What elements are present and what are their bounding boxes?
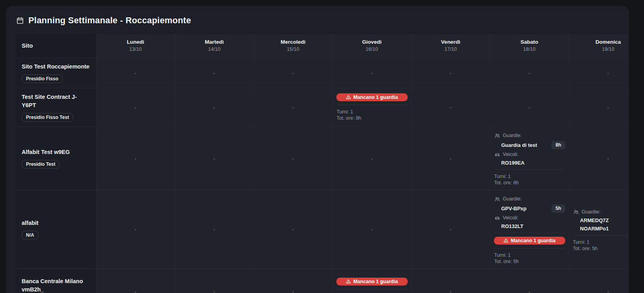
planning-cell[interactable]: - <box>96 126 175 190</box>
planning-cell[interactable]: - <box>411 269 490 293</box>
planning-cell[interactable]: - <box>332 190 411 269</box>
empty-cell-dash: - <box>529 70 530 76</box>
site-cell: Alfabit Test w9EG Presidio Test <box>16 126 96 190</box>
empty-cell-dash: - <box>529 104 530 110</box>
guard-name: NOARMPo1 <box>580 226 609 232</box>
empty-cell-dash: - <box>292 289 294 293</box>
planning-cell[interactable]: - <box>96 269 175 293</box>
empty-cell-dash: - <box>607 70 609 76</box>
planning-cell[interactable]: - <box>96 88 175 126</box>
empty-cell-dash: - <box>135 104 136 110</box>
planning-cell[interactable]: - <box>175 190 254 269</box>
planning-cell[interactable]: - <box>411 88 490 126</box>
site-name: alfabit <box>22 219 91 227</box>
empty-cell-dash: - <box>371 156 373 161</box>
table-row: Alfabit Test w9EG Presidio Test - - - - … <box>16 126 629 190</box>
missing-guard-badge: Mancano 1 guardia <box>494 237 565 245</box>
planning-cell[interactable]: Guardie: Guardia di test 8h Veicoli: RO1… <box>490 126 569 190</box>
planning-card: Planning Settimanale - Roccapiemonte Sit… <box>6 6 629 293</box>
car-icon <box>494 215 500 221</box>
guards-label-line: Guardie: <box>569 209 629 215</box>
users-icon <box>494 133 500 139</box>
empty-cell-dash: - <box>213 70 215 76</box>
hours-badge: 5h <box>551 204 565 213</box>
cell-divider <box>337 289 407 289</box>
empty-cell-dash: - <box>213 289 215 293</box>
cell-divider <box>337 105 407 105</box>
empty-cell-dash: - <box>135 289 136 293</box>
column-header-site: Sito <box>16 34 96 57</box>
planning-cell[interactable]: Guardie: GPV-BPxp 5h Veicoli: RO132LT <box>490 190 569 269</box>
total-hours: Tot. ore: 8h <box>494 180 569 186</box>
missing-guard-badge: Mancano 1 guardia <box>336 93 408 101</box>
empty-cell-dash: - <box>213 156 215 161</box>
vehicles-label: Veicoli: <box>503 152 519 157</box>
empty-cell-dash: - <box>450 70 451 76</box>
cell-divider <box>494 169 565 170</box>
site-type-badge: Presidio Fisso <box>22 74 63 83</box>
guard-name: Guardia di test <box>501 142 537 148</box>
table-row: Banca Centrale Milano vmB2h_ N/A - - - M… <box>16 269 629 293</box>
planning-cell[interactable]: - <box>175 126 254 190</box>
guards-label-line: Guardie: <box>490 133 569 139</box>
planning-cell[interactable]: - <box>254 269 332 293</box>
planning-cell[interactable]: - <box>254 190 332 269</box>
warning-icon <box>346 95 351 100</box>
site-name: Banca Centrale Milano vmB2h_ <box>22 277 91 293</box>
vehicles-label: Veicoli: <box>503 215 519 221</box>
planning-cell[interactable]: - <box>332 57 411 88</box>
planning-cell[interactable]: Mancano 1 guardia Turni: 1 Tot. ore: 8h <box>332 269 411 293</box>
guard-entry: ARMEDQ7Z <box>569 217 629 223</box>
planning-cell[interactable]: - <box>254 88 332 126</box>
cell-totals: Turni: 1 Tot. ore: 8h <box>333 109 411 121</box>
planning-cell[interactable]: - <box>411 57 490 88</box>
planning-cell[interactable]: - <box>254 126 332 190</box>
empty-cell-dash: - <box>450 226 451 232</box>
cell-divider <box>573 235 629 236</box>
empty-cell-dash: - <box>371 70 373 76</box>
planning-cell[interactable]: - <box>96 190 175 269</box>
planning-cell[interactable]: - <box>490 57 569 88</box>
planning-cell[interactable]: - <box>569 88 629 126</box>
planning-cell[interactable]: - <box>569 57 629 88</box>
page-header: Planning Settimanale - Roccapiemonte <box>16 15 628 26</box>
guard-entry: Guardia di test 8h <box>490 141 569 149</box>
planning-cell[interactable]: - <box>490 88 569 126</box>
site-name: Sito Test Roccapiemonte <box>22 63 91 71</box>
guard-entry: GPV-BPxp 5h <box>490 204 569 213</box>
shifts-count: Turni: 1 <box>494 173 569 180</box>
site-name: Test Site Contract J-Y6PT <box>22 93 91 109</box>
guards-label: Guardie: <box>503 133 522 138</box>
guard-entry: NOARMPo1 <box>569 226 629 232</box>
guard-name: ARMEDQ7Z <box>580 217 609 223</box>
empty-cell-dash: - <box>607 289 609 293</box>
planning-cell[interactable]: - <box>411 126 490 190</box>
vehicles-label-line: Veicoli: <box>490 215 569 221</box>
planning-cell[interactable]: - <box>254 57 332 88</box>
empty-cell-dash: - <box>450 289 451 293</box>
empty-cell-dash: - <box>135 226 136 232</box>
planning-cell[interactable]: Guardie: ARMEDQ7Z NOARMPo1 Turni: 1 Tot.… <box>569 190 629 269</box>
empty-cell-dash: - <box>607 104 609 110</box>
empty-cell-dash: - <box>135 156 136 161</box>
planning-cell[interactable]: - <box>175 57 254 88</box>
planning-cell[interactable]: - <box>332 126 411 190</box>
missing-guard-badge: Mancano 1 guardia <box>336 278 408 286</box>
planning-cell[interactable]: - <box>175 269 254 293</box>
empty-cell-dash: - <box>292 226 294 232</box>
planning-cell[interactable]: - <box>569 269 629 293</box>
table-row: Sito Test Roccapiemonte Presidio Fisso -… <box>16 57 629 88</box>
empty-cell-dash: - <box>529 289 530 293</box>
planning-cell[interactable]: - <box>411 190 490 269</box>
total-hours: Tot. ore: 5h <box>494 258 569 265</box>
empty-cell-dash: - <box>135 70 136 76</box>
site-type-badge: Presidio Test <box>22 160 59 169</box>
guards-label: Guardie: <box>503 196 522 202</box>
planning-cell[interactable]: - <box>175 88 254 126</box>
vehicle-plate: RO199EA <box>490 160 569 166</box>
planning-cell[interactable]: - <box>490 269 569 293</box>
planning-cell[interactable]: - <box>96 57 175 88</box>
planning-cell[interactable]: Mancano 1 guardia Turni: 1 Tot. ore: 8h <box>332 88 411 126</box>
guard-name: GPV-BPxp <box>501 206 527 211</box>
planning-cell[interactable]: - <box>569 126 629 190</box>
